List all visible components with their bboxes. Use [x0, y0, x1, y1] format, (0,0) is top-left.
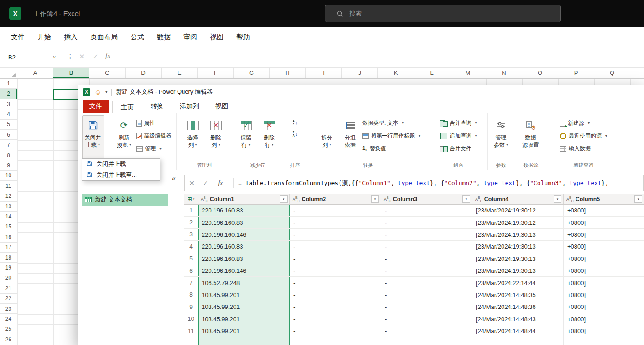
row-number-cell[interactable]: 4 [184, 241, 198, 252]
pq-column-header-1[interactable]: ABCColumn1▾ [198, 194, 290, 204]
row-number-cell[interactable]: 2 [184, 217, 198, 228]
more-icon[interactable]: ⋮ [67, 53, 73, 60]
table-cell[interactable]: +0800] [564, 301, 644, 313]
excel-row-header-2[interactable]: 2 [0, 89, 17, 99]
name-box[interactable]: B2 ˅ [5, 51, 58, 64]
pq-tab-0[interactable]: 文件 [83, 100, 109, 113]
row-number-cell[interactable]: 5 [184, 253, 198, 265]
excel-column-header-G[interactable]: G [234, 68, 270, 78]
table-cell[interactable]: - [381, 241, 472, 252]
table-cell[interactable]: 220.196.160.83 [198, 205, 290, 216]
table-cell[interactable]: - [381, 217, 472, 228]
row-number-cell[interactable]: 7 [184, 277, 198, 288]
excel-row-header-5[interactable]: 5 [0, 120, 17, 130]
pq-tab-1[interactable]: 主页 [112, 101, 142, 113]
keep-rows-button[interactable]: ✓ 保留 行 [235, 115, 257, 161]
table-cell[interactable]: - [290, 325, 381, 337]
excel-ribbon-tab-7[interactable]: 视图 [210, 33, 224, 42]
excel-column-header-L[interactable]: L [414, 68, 450, 78]
excel-row-header-22[interactable]: 22 [0, 294, 17, 304]
table-cell[interactable]: [23/Mar/2024:19:30:12 [472, 217, 564, 228]
excel-row-header-18[interactable]: 18 [0, 253, 17, 263]
smiley-icon[interactable]: ☺ [94, 88, 101, 96]
collapse-pane-icon[interactable]: « [172, 175, 176, 183]
excel-column-header-N[interactable]: N [486, 68, 522, 78]
excel-column-header-A[interactable]: A [17, 68, 53, 78]
excel-row-header-8[interactable]: 8 [0, 150, 17, 160]
table-cell[interactable]: [23/Mar/2024:19:30:12 [472, 205, 564, 216]
filter-button[interactable]: ▾ [280, 195, 288, 203]
pq-tab-4[interactable]: 视图 [207, 100, 236, 113]
table-cell[interactable]: - [381, 325, 472, 337]
remove-columns-button[interactable]: ✕ 删除 列 [205, 115, 227, 161]
table-cell[interactable]: [23/Mar/2024:19:30:13 [472, 253, 564, 265]
close-menu-item-1[interactable]: 关闭并上载至... [82, 170, 160, 180]
cancel-icon[interactable]: ✕ [185, 180, 199, 187]
pq-column-header-5[interactable]: ABCColumn5▾ [564, 194, 644, 204]
table-cell[interactable]: - [381, 277, 472, 288]
table-cell[interactable]: 103.45.99.201 [198, 313, 290, 325]
excel-row-header-17[interactable]: 17 [0, 243, 17, 253]
row-number-cell[interactable]: 10 [184, 313, 198, 325]
table-cell[interactable]: - [290, 301, 381, 313]
excel-row-header-6[interactable]: 6 [0, 130, 17, 140]
excel-row-header-10[interactable]: 10 [0, 171, 17, 181]
table-cell[interactable]: +0800] [564, 289, 644, 301]
table-cell[interactable]: [23/Mar/2024:19:30:13 [472, 265, 564, 276]
table-corner-button[interactable]: ⊞ ▾ [184, 194, 198, 204]
data-source-settings-button[interactable]: ⚙ 数据 源设置 [520, 115, 542, 161]
properties-button[interactable]: 属性 [136, 119, 155, 127]
table-cell[interactable]: - [381, 289, 472, 301]
table-cell[interactable]: [23/Mar/2024:22:14:44 [472, 277, 564, 288]
table-cell[interactable]: - [381, 301, 472, 313]
advanced-editor-button[interactable]: 高级编辑器 [136, 132, 172, 140]
excel-row-header-15[interactable]: 15 [0, 222, 17, 232]
row-number-cell[interactable]: 3 [184, 229, 198, 240]
new-source-button[interactable]: 新建源 [560, 119, 590, 127]
row-number-cell[interactable]: 9 [184, 301, 198, 313]
table-cell[interactable]: 220.196.160.146 [198, 229, 290, 240]
excel-row-header-26[interactable]: 26 [0, 334, 17, 345]
table-cell[interactable]: 220.196.160.83 [198, 253, 290, 265]
sort-ascending-button[interactable]: AZ↓ [293, 119, 298, 126]
excel-ribbon-tab-5[interactable]: 数据 [157, 33, 171, 42]
table-cell[interactable]: +0800] [564, 253, 644, 265]
excel-row-header-21[interactable]: 21 [0, 283, 17, 293]
append-queries-button[interactable]: 追加查询 [440, 132, 477, 140]
qat-dropdown-icon[interactable]: ▾ [105, 90, 107, 94]
excel-row-header-20[interactable]: 20 [0, 273, 17, 283]
table-cell[interactable]: 220.196.160.146 [198, 265, 290, 276]
pq-formula-code[interactable]: = Table.TransformColumnTypes(源,{{"Column… [238, 179, 643, 187]
table-cell[interactable]: 220.196.160.83 [198, 217, 290, 228]
enter-data-button[interactable]: 输入数据 [560, 144, 591, 153]
excel-column-header-J[interactable]: J [342, 68, 378, 78]
table-cell[interactable]: [24/Mar/2024:14:48:44 [472, 325, 564, 337]
excel-ribbon-tab-0[interactable]: 文件 [11, 33, 25, 42]
excel-ribbon-tab-6[interactable]: 审阅 [183, 33, 197, 42]
row-number-cell[interactable]: 11 [184, 325, 198, 337]
table-cell[interactable]: [24/Mar/2024:14:48:43 [472, 313, 564, 325]
table-cell[interactable]: - [290, 265, 381, 276]
table-cell[interactable]: 106.52.79.248 [198, 277, 290, 288]
table-cell[interactable]: +0800] [564, 229, 644, 240]
table-cell[interactable]: +0800] [564, 241, 644, 252]
first-row-headers-button[interactable]: 将第一行用作标题 [362, 132, 420, 140]
table-cell[interactable]: [24/Mar/2024:14:48:35 [472, 289, 564, 301]
split-column-button[interactable]: 拆分 列 [316, 115, 338, 161]
excel-row-header-14[interactable]: 14 [0, 212, 17, 222]
fx-icon[interactable]: fx [105, 52, 110, 60]
excel-column-header-K[interactable]: K [378, 68, 414, 78]
table-cell[interactable]: - [381, 205, 472, 216]
excel-row-header-16[interactable]: 16 [0, 232, 17, 242]
row-number-cell[interactable]: 6 [184, 265, 198, 276]
excel-column-header-I[interactable]: I [306, 68, 342, 78]
excel-ribbon-tab-2[interactable]: 插入 [64, 33, 78, 42]
excel-column-header-P[interactable]: P [558, 68, 594, 78]
pq-tab-2[interactable]: 转换 [142, 100, 172, 113]
excel-column-header-H[interactable]: H [270, 68, 306, 78]
excel-column-header-E[interactable]: E [162, 68, 198, 78]
excel-row-header-7[interactable]: 7 [0, 140, 17, 150]
pq-column-header-4[interactable]: ABCColumn4▾ [472, 194, 564, 204]
table-cell[interactable]: [23/Mar/2024:19:30:13 [472, 229, 564, 240]
excel-column-header-Q[interactable]: Q [594, 68, 630, 78]
